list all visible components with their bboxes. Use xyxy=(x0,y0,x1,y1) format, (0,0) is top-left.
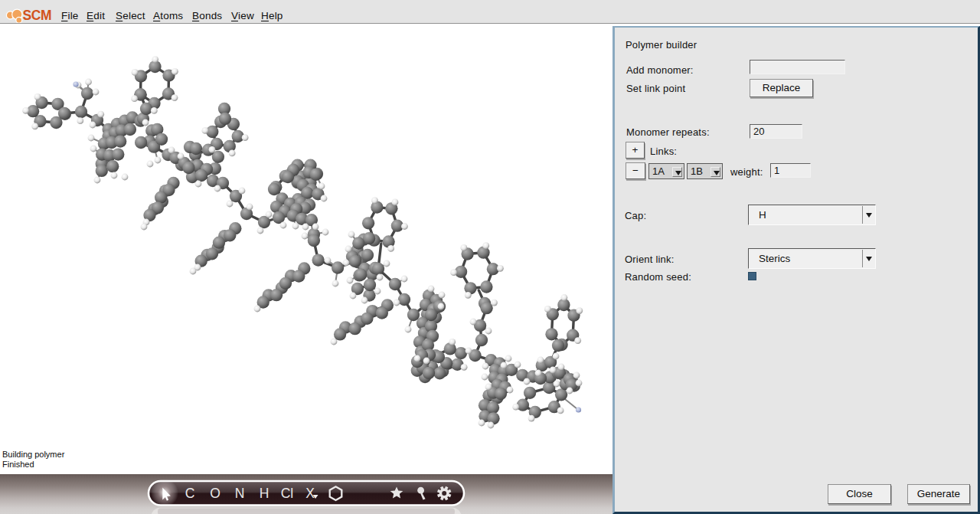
svg-text:SCM: SCM xyxy=(23,8,52,23)
